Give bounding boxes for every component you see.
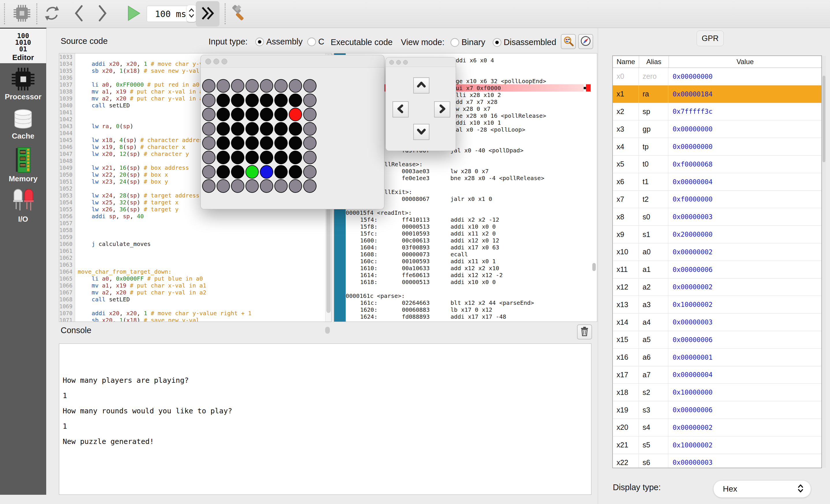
column-header-alias[interactable]: Alias <box>639 56 669 68</box>
speed-input[interactable]: 100 ms <box>147 6 190 22</box>
exec-line[interactable]: ge x10 x6 32 <pollLoopEnd> <box>456 78 546 85</box>
exec-line[interactable]: ddi x6 x0 4 <box>456 57 494 64</box>
radio-assembly[interactable] <box>255 37 264 46</box>
source-line[interactable]: 1064move_char_from_target_down: <box>59 268 331 275</box>
exec-line[interactable]: 1610: 00a10633 add x12 x2 x10 <box>360 265 499 272</box>
gpr-row-x20[interactable]: x20s40x00000002 <box>613 419 821 436</box>
zoom-icon[interactable] <box>222 59 227 64</box>
sidebar-item-processor[interactable]: Processor <box>0 67 46 101</box>
source-line[interactable]: 1061 <box>59 247 331 254</box>
gpr-row-x19[interactable]: x19s30x00000006 <box>613 401 821 419</box>
exec-line[interactable]: fe0e1ee3 bne x28 x0 -4 <pollRelease> <box>402 175 544 181</box>
radio-c-label[interactable]: C <box>318 37 324 46</box>
gpr-row-x16[interactable]: x16a60x00000001 <box>613 349 821 366</box>
exec-line[interactable]: 1618: 00000513 addi x10 x0 0 <box>360 278 496 285</box>
exec-line[interactable]: al x0 -28 <pollLoop> <box>456 126 525 133</box>
exec-line[interactable]: 1604: 03f00893 addi x17 x0 63 <box>360 244 499 251</box>
gpr-row-x13[interactable]: x13a30x10000002 <box>613 296 821 313</box>
gpr-row-x15[interactable]: x15a50x00000006 <box>613 331 821 349</box>
source-line[interactable]: 1060 j calculate_moves <box>59 240 331 247</box>
gpr-row-x17[interactable]: x17a70x00000004 <box>613 366 821 384</box>
gpr-row-x22[interactable]: x22s60x00000003 <box>613 454 821 468</box>
run-button[interactable] <box>127 6 141 22</box>
source-line[interactable]: 1068 call setLED <box>59 296 331 303</box>
sidebar-item-cache[interactable]: Cache <box>0 107 46 141</box>
exec-scrollbar-thumb[interactable] <box>592 263 596 271</box>
radio-binary[interactable] <box>450 38 459 47</box>
exec-line[interactable]: 15f8: 00000513 addi x10 x0 0 <box>360 223 496 230</box>
panel-divider[interactable] <box>598 28 598 504</box>
exec-line[interactable]: 00008067 jalr x0 x1 0 <box>402 195 492 202</box>
console-output[interactable]: How many players are playing?1How many r… <box>59 343 592 495</box>
exec-line[interactable]: 1624: fd088893 addi x17 x17 -48 <box>360 313 506 320</box>
minimize-icon[interactable] <box>214 59 219 64</box>
gpr-row-x9[interactable]: x9s10x20000000 <box>613 226 821 243</box>
source-line[interactable]: 1067 mv a2, x20 # put char y-val in a2 <box>59 289 331 296</box>
source-line[interactable]: 1065 li a0, 0x0000FF # put blue in a0 <box>59 275 331 282</box>
sidebar-item-editor[interactable]: 100 1010 01 Editor <box>0 28 46 63</box>
fast-forward-button[interactable] <box>196 1 220 27</box>
sidebar-item-memory[interactable]: Memory <box>0 147 46 183</box>
reset-button[interactable] <box>42 4 62 24</box>
gpr-row-x21[interactable]: x21s50x10000002 <box>613 436 821 454</box>
exec-line[interactable]: 1620: 00060883 lb x17 0 x12 <box>360 306 492 313</box>
radio-disassembled[interactable] <box>493 38 501 47</box>
exec-line[interactable]: ne x28 x0 16 <pollRelease> <box>456 112 546 119</box>
gpr-row-x1[interactable]: x1ra0x00000184 <box>613 86 821 103</box>
radio-assembly-label[interactable]: Assembly <box>266 37 302 46</box>
exec-line[interactable]: 0000161c <parse>: <box>346 293 405 299</box>
gpr-row-x10[interactable]: x10a00x00000002 <box>613 243 821 261</box>
step-back-button[interactable] <box>72 6 86 22</box>
column-header-name[interactable]: Name <box>613 56 639 68</box>
step-forward-button[interactable] <box>95 6 110 22</box>
gpr-row-x12[interactable]: x12a20x00000002 <box>613 278 821 296</box>
gpr-row-x4[interactable]: x4tp0x00000000 <box>613 138 821 156</box>
exec-line[interactable]: llRelease>: <box>384 161 422 168</box>
speed-stepper[interactable] <box>187 5 196 22</box>
gpr-row-x6[interactable]: x6t10x00000004 <box>613 173 821 191</box>
dpad-window[interactable] <box>386 57 456 151</box>
radio-binary-label[interactable]: Binary <box>461 37 485 47</box>
close-icon[interactable] <box>205 59 211 64</box>
source-line[interactable]: 1070 addi x20, x20, 1 # move char y-valu… <box>59 310 331 317</box>
dpad-left-button[interactable] <box>392 101 409 117</box>
sidebar-item-io[interactable]: I/O <box>0 187 46 224</box>
exec-line[interactable]: 0003ae03 lw x28 0 x7 <box>402 168 489 175</box>
source-line[interactable]: 1063 <box>59 261 331 268</box>
exec-line[interactable]: 160c: 00100593 addi x11 x0 1 <box>360 258 496 265</box>
exec-line[interactable]: 15f4: ff410113 addi x2 x2 -12 <box>360 216 499 223</box>
clear-console-button[interactable] <box>577 325 592 339</box>
exec-line[interactable]: 1614: ffe60613 addi x12 x12 -2 <box>360 272 503 278</box>
exec-line[interactable]: lli x28 x10 2 <box>456 92 501 98</box>
register-scrollbar-thumb[interactable] <box>823 76 825 162</box>
exec-line[interactable]: ddi x10 x10 1 <box>456 119 501 126</box>
gpr-row-x0[interactable]: x0zero0x00000000 <box>613 68 821 86</box>
window-titlebar[interactable] <box>386 58 456 67</box>
source-line[interactable]: 1069 <box>59 303 331 310</box>
zoom-icon[interactable] <box>403 60 408 65</box>
radio-c[interactable] <box>307 37 316 46</box>
splitter-handle[interactable] <box>325 327 330 334</box>
source-line[interactable]: 1066 mv a1, x19 # put char x-val in a1 <box>59 282 331 289</box>
minimize-icon[interactable] <box>396 60 401 65</box>
exec-line[interactable]: w x28 0 x7 <box>456 105 490 112</box>
exec-line[interactable]: llExit>: <box>384 189 412 195</box>
tab-gpr[interactable]: GPR <box>697 31 724 46</box>
build-button[interactable] <box>229 5 248 23</box>
exec-line[interactable]: 161c: 02264663 blt x12 x2 44 <parseEnd> <box>360 299 534 306</box>
source-line[interactable]: 1058 <box>59 227 331 234</box>
source-line[interactable]: 1057 <box>59 220 331 227</box>
gpr-row-x7[interactable]: x7t20xf0000000 <box>613 191 821 208</box>
source-line[interactable]: 1062 <box>59 254 331 261</box>
gpr-row-x5[interactable]: x5t00xf0000068 <box>613 156 821 173</box>
gpr-row-x8[interactable]: x8s00x00000003 <box>613 208 821 226</box>
gpr-row-x2[interactable]: x2sp0x7fffff3c <box>613 103 821 121</box>
exec-line[interactable]: dd x7 x7 x28 <box>456 98 498 105</box>
dpad-down-button[interactable] <box>413 124 429 140</box>
exec-line[interactable]: ui x7 0xf0000 <box>456 85 501 92</box>
register-table-header[interactable]: Name Alias Value <box>613 56 821 68</box>
follow-pc-button[interactable] <box>578 34 593 49</box>
gpr-row-x11[interactable]: x11a10x00000006 <box>613 261 821 278</box>
exec-line[interactable]: 1608: 00000073 ecall <box>360 251 468 258</box>
column-header-value[interactable]: Value <box>669 56 821 68</box>
